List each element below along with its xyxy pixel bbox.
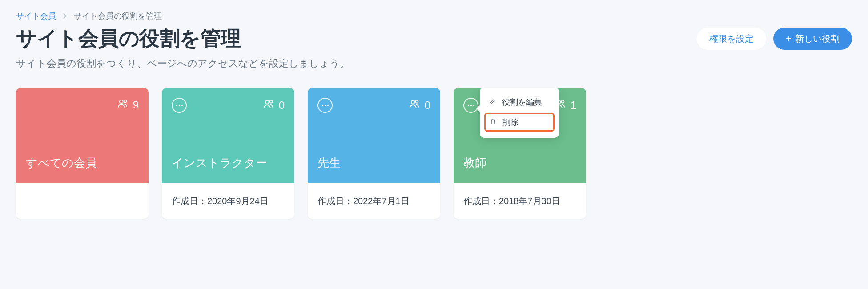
role-title: 教師 xyxy=(463,155,576,171)
page-subtitle: サイト会員の役割をつくり、ページへのアクセスなどを設定しましょう。 xyxy=(16,57,852,70)
role-card[interactable]: 0 先生 作成日：2022年7月1日 xyxy=(308,88,440,219)
member-count: 0 xyxy=(263,98,285,112)
edit-role-menu-item[interactable]: 役割を編集 xyxy=(484,93,555,111)
people-icon xyxy=(263,98,274,112)
set-permissions-label: 権限を設定 xyxy=(709,33,754,45)
member-count-value: 0 xyxy=(279,99,285,112)
chevron-right-icon xyxy=(62,12,68,21)
role-card[interactable]: 0 インストラクター 作成日：2020年9月24日 xyxy=(162,88,294,219)
breadcrumb-current: サイト会員の役割を管理 xyxy=(74,11,162,21)
role-title: 先生 xyxy=(317,155,430,171)
new-role-label: 新しい役割 xyxy=(795,33,840,45)
svg-point-4 xyxy=(411,100,415,104)
header-actions: 権限を設定 + 新しい役割 xyxy=(697,28,852,50)
role-context-menu: 役割を編集 削除 xyxy=(480,88,559,138)
member-count-value: 1 xyxy=(571,99,576,112)
svg-point-2 xyxy=(265,100,269,104)
people-icon xyxy=(409,98,420,112)
delete-role-label: 削除 xyxy=(502,117,518,128)
svg-point-7 xyxy=(561,100,564,103)
role-title: インストラクター xyxy=(172,155,285,171)
svg-point-1 xyxy=(124,100,126,103)
edit-role-label: 役割を編集 xyxy=(502,97,542,108)
role-card-top: 0 先生 xyxy=(308,88,440,183)
svg-point-3 xyxy=(269,100,272,103)
role-cards: 9 すべての会員 0 インストラクター 作成日：2020年9月24 xyxy=(16,88,852,219)
svg-point-5 xyxy=(415,100,418,103)
people-icon xyxy=(117,98,129,112)
plus-icon: + xyxy=(786,34,792,44)
delete-role-menu-item[interactable]: 削除 xyxy=(484,113,555,132)
member-count-value: 9 xyxy=(133,99,139,111)
role-card-footer: 作成日：2022年7月1日 xyxy=(308,183,440,219)
created-date: 作成日：2022年7月1日 xyxy=(317,195,410,207)
role-card-footer: 作成日：2018年7月30日 xyxy=(454,183,586,219)
pencil-icon xyxy=(489,97,497,108)
trash-icon xyxy=(489,117,497,128)
created-date: 作成日：2018年7月30日 xyxy=(463,195,560,207)
role-card-footer xyxy=(16,183,149,219)
role-card-top: 0 インストラクター xyxy=(162,88,294,183)
svg-point-0 xyxy=(120,100,123,104)
role-card[interactable]: 9 すべての会員 xyxy=(16,88,149,219)
more-button[interactable] xyxy=(172,98,187,113)
page-header: サイト会員の役割を管理 権限を設定 + 新しい役割 xyxy=(16,25,852,52)
breadcrumb: サイト会員 サイト会員の役割を管理 xyxy=(16,11,852,21)
new-role-button[interactable]: + 新しい役割 xyxy=(773,28,852,50)
page-title: サイト会員の役割を管理 xyxy=(16,25,241,52)
set-permissions-button[interactable]: 権限を設定 xyxy=(697,28,766,50)
created-date: 作成日：2020年9月24日 xyxy=(172,195,269,207)
member-count: 0 xyxy=(409,98,430,112)
role-card-footer: 作成日：2020年9月24日 xyxy=(162,183,294,219)
role-card-top: 9 すべての会員 xyxy=(16,88,149,183)
more-button[interactable] xyxy=(317,98,333,113)
member-count: 9 xyxy=(117,98,139,112)
role-card-top: 1 教師 役割を編集 削除 xyxy=(454,88,586,183)
member-count-value: 0 xyxy=(425,99,430,112)
role-title: すべての会員 xyxy=(26,155,139,171)
breadcrumb-root[interactable]: サイト会員 xyxy=(16,11,56,21)
role-card[interactable]: 1 教師 役割を編集 削除 作成日：20 xyxy=(454,88,586,219)
